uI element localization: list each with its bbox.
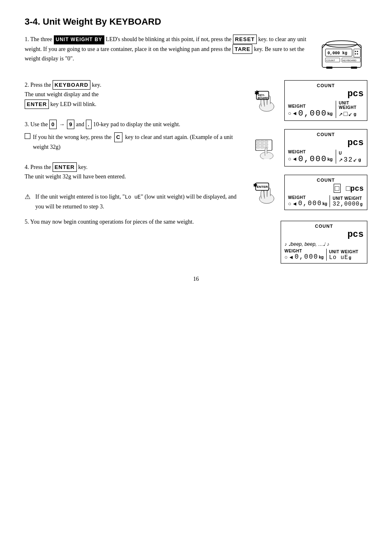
step1-section: 1. The three UNIT WEIGHT BY LED's should…	[25, 35, 367, 71]
step2-text2: key.	[92, 82, 101, 88]
step3-num: 3.	[25, 121, 30, 127]
pcs-label-3: □ □pcs	[288, 183, 364, 194]
tri-marker-4: ◄	[288, 254, 294, 260]
enter-icon-area: ENTER ✱	[252, 181, 281, 204]
svg-point-10	[357, 53, 358, 55]
weight-row-4: WEIGHT ○ ◄ 0,000 kg UNIT WEIGHT	[284, 249, 364, 261]
step3-text: 3. Use the 0 → 9 and . 10-key pad to dis…	[25, 120, 244, 129]
o-marker-1: ○	[288, 110, 291, 116]
page-number: 16	[25, 276, 367, 282]
svg-rect-11	[326, 67, 332, 69]
step4-text1: Press the	[30, 164, 51, 170]
keyboard-key: KEYBOARD	[53, 80, 90, 90]
weight-section-2: WEIGHT ○ ◄ 0,000 kg	[288, 150, 333, 164]
uw-digits-2: ↗32↙	[339, 155, 358, 164]
svg-text:KEYBOARD: KEYBOARD	[343, 59, 357, 62]
svg-rect-29	[256, 146, 260, 148]
step1-text1: The three	[30, 36, 52, 42]
reset-key: RESET	[233, 35, 257, 44]
scale-display-4: COUNT pcs ♪ ♩beep, beep, …♩ ♪ WEIGHT ○ ◄…	[281, 221, 367, 264]
lo-ue-text: Lo uE	[125, 194, 141, 200]
step4-num: 4.	[25, 164, 30, 170]
tare-key: TARE	[233, 44, 252, 54]
svg-text:ENTER: ENTER	[257, 185, 268, 189]
svg-rect-30	[261, 146, 264, 148]
scale-display-1: COUNT pcs WEIGHT ○ ◄ 0,000 kg	[284, 80, 367, 121]
weight-digits-1: 0,000	[298, 109, 327, 118]
divider-4	[326, 249, 327, 261]
svg-text:COUNT: COUNT	[326, 59, 335, 62]
unit-weight-section-4: UNIT WEIGHT Lo uE g	[329, 250, 364, 261]
svg-rect-28	[265, 143, 268, 146]
steps-and-displays: 2. Press the KEYBOARD key. The unut weig…	[25, 80, 367, 264]
step3-block: 3. Use the 0 → 9 and . 10-key pad to dis…	[25, 120, 244, 152]
pcs-label-1: pcs	[288, 89, 364, 99]
svg-rect-24	[261, 141, 264, 143]
count-label-4: COUNT	[284, 224, 364, 229]
left-steps-col: 2. Press the KEYBOARD key. The unut weig…	[25, 80, 244, 264]
weight-row-3: WEIGHT ○ ◄ 0,000 kg UNIT WEIGHT	[288, 195, 364, 207]
main-content: 1. The three UNIT WEIGHT BY LED's should…	[25, 35, 367, 264]
weight-row-2: WEIGHT ○ ◄ 0,000 kg U	[288, 150, 364, 164]
svg-rect-23	[256, 141, 260, 143]
count-label-2: COUNT	[288, 132, 364, 137]
display2-row: COUNT pcs WEIGHT ○ ◄ 0,000 kg	[252, 129, 367, 166]
display1-row: KEY- BOARD ✱ COUNT pcs WEIGHT ○	[252, 80, 367, 121]
scale-display-3: COUNT □ □pcs WEIGHT ○ ◄ 0,000 kg	[284, 175, 367, 210]
step2-text4: key LED will blink.	[51, 101, 97, 107]
step3-checkbox: If you hit the wrong key, press the C ke…	[25, 132, 244, 152]
g-3: g	[360, 202, 362, 206]
svg-rect-25	[265, 141, 268, 143]
uw-digits-3: 32,0000	[332, 201, 360, 207]
unit-weight-section-2: U ↗32↙ g	[339, 151, 364, 164]
tri-marker-1: ◄	[292, 110, 297, 116]
step2-block: 2. Press the KEYBOARD key. The unut weig…	[25, 80, 244, 109]
step3-note: If you hit the wrong key, press the C ke…	[33, 132, 244, 152]
svg-text:BOARD: BOARD	[258, 97, 268, 99]
step1-text: 1. The three UNIT WEIGHT BY LED's should…	[25, 35, 314, 63]
step2-text3: The unut weight display and the	[25, 91, 99, 97]
unit-weight-section-1: UNIT WEIGHT ↗□↙ g	[339, 101, 364, 118]
enter-key-s4: ENTER	[53, 162, 77, 172]
g-2: g	[358, 157, 361, 162]
step2-text: 2. Press the KEYBOARD key. The unut weig…	[25, 80, 244, 109]
display4-row: COUNT pcs ♪ ♩beep, beep, …♩ ♪ WEIGHT ○ ◄…	[252, 221, 367, 264]
step4-text3: The unit weight 32g will have been enter…	[25, 173, 126, 180]
svg-point-7	[355, 51, 356, 52]
svg-point-8	[357, 51, 358, 52]
warning-block: ⚠ If the unit weight entered is too ligh…	[25, 192, 244, 211]
step5-text: 5. You may now begin counting operations…	[25, 217, 244, 227]
warning-text: If the unit weight entered is too light,…	[35, 192, 244, 211]
keypad-icon-area	[252, 136, 281, 159]
uw-digits-1: ↗□↙	[339, 110, 353, 118]
g-1: g	[353, 111, 356, 116]
kg-2: kg	[327, 157, 333, 162]
weight-row-1: WEIGHT ○ ◄ 0,000 kg UNIT WEIGHT	[288, 101, 364, 118]
unit-weight-section-3: UNIT WEIGHT 32,0000 g	[332, 196, 364, 207]
step3-text2: 10-key pad to display the unit weight.	[93, 121, 180, 127]
kg-4: kg	[319, 255, 324, 259]
pcs-label-2: pcs	[288, 138, 364, 148]
weight-section-4: WEIGHT ○ ◄ 0,000 kg	[284, 249, 323, 261]
step5-num: 5.	[25, 219, 29, 225]
kg-3: kg	[323, 201, 327, 206]
warning-icon: ⚠	[25, 193, 33, 201]
tri-marker-3: ◄	[292, 201, 297, 207]
unit-weight-by-highlight: UNIT WEIGHT BY	[54, 35, 104, 44]
and-text: and	[76, 121, 86, 127]
step4-text: 4. Press the ENTER key. The unit weight …	[25, 162, 244, 182]
scale-display-2: COUNT pcs WEIGHT ○ ◄ 0,000 kg	[284, 129, 367, 166]
o-marker-4: ○	[284, 254, 288, 260]
dot-key: .	[86, 120, 92, 129]
step5-text: You may now begin counting operations fo…	[30, 219, 194, 225]
right-displays-col: KEY- BOARD ✱ COUNT pcs WEIGHT ○	[252, 80, 367, 264]
pcs-bracket: □	[334, 184, 341, 193]
svg-point-9	[355, 53, 356, 55]
checkbox-icon	[25, 133, 30, 139]
count-label-1: COUNT	[288, 83, 364, 88]
tri-marker-2: ◄	[292, 156, 297, 162]
svg-point-1	[326, 41, 357, 47]
weight-section-1: WEIGHT ○ ◄ 0,000 kg	[288, 104, 333, 118]
svg-text:✱: ✱	[254, 90, 259, 96]
svg-rect-12	[351, 67, 357, 69]
